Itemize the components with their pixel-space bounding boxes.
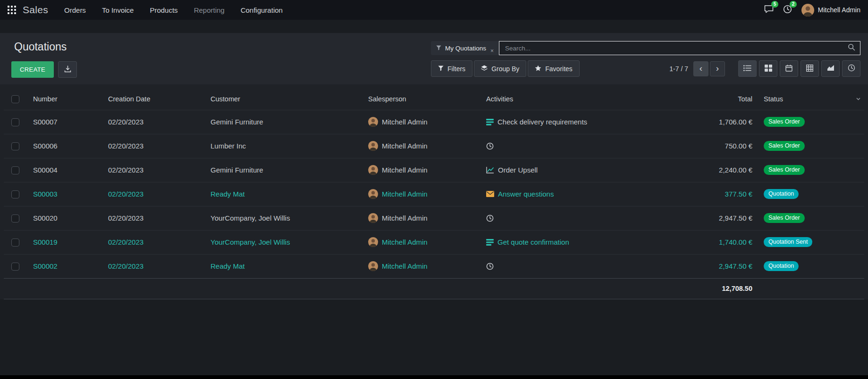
menu-item-reporting[interactable]: Reporting [194, 6, 225, 14]
optional-columns-toggle[interactable] [856, 98, 860, 100]
view-kanban-button[interactable] [759, 60, 777, 77]
search-facet[interactable]: My Quotations × [431, 41, 499, 55]
filter-icon [436, 45, 441, 52]
total-sum: 12,708.50 [667, 278, 760, 299]
amount-total: 1,706.00 € [667, 110, 760, 134]
view-activity-button[interactable] [842, 60, 860, 77]
row-checkbox[interactable] [11, 239, 19, 247]
menu-item-orders[interactable]: Orders [64, 6, 86, 14]
menu-item-products[interactable]: Products [150, 6, 177, 14]
pager-previous-button[interactable]: ‹ [693, 61, 708, 76]
systray: 5 2 Mitchell Admin [764, 4, 860, 16]
page-title: Quotations [14, 41, 77, 53]
view-list-button[interactable] [738, 60, 757, 77]
search-input[interactable] [504, 44, 848, 52]
column-header-salesperson[interactable]: Salesperson [364, 87, 482, 110]
activities-badge: 2 [790, 1, 797, 8]
messages-badge: 5 [771, 1, 778, 8]
activity-cell[interactable]: Get quote confirmation [482, 230, 667, 254]
group-by-button[interactable]: Group By [474, 60, 526, 77]
table-row[interactable]: S00020 02/20/2023 YourCompany, Joel Will… [4, 206, 864, 230]
table-row[interactable]: S00004 02/20/2023 Gemini Furniture Mitch… [4, 158, 864, 182]
status-badge: Quotation [764, 189, 799, 199]
order-number: S00002 [29, 254, 104, 278]
order-number: S00020 [29, 206, 104, 230]
amount-total: 750.00 € [667, 134, 760, 158]
customer-name: YourCompany, Joel Willis [207, 206, 364, 230]
status-badge: Quotation Sent [764, 237, 812, 247]
activity-cell[interactable]: Order Upsell [482, 158, 667, 182]
column-header-activities[interactable]: Activities [482, 87, 667, 110]
salesperson-name: Mitchell Admin [382, 262, 428, 270]
view-switcher [738, 60, 860, 77]
creation-date: 02/20/2023 [104, 158, 207, 182]
activity-cell[interactable]: Check delivery requirements [482, 110, 667, 134]
salesperson-avatar [368, 165, 378, 175]
amount-total: 2,947.50 € [667, 206, 760, 230]
column-header-customer[interactable]: Customer [207, 87, 364, 110]
column-header-creation-date[interactable]: Creation Date [104, 87, 207, 110]
row-checkbox[interactable] [11, 190, 19, 198]
activity-cell[interactable]: Answer questions [482, 182, 667, 206]
status-badge: Quotation [764, 261, 799, 271]
creation-date: 02/20/2023 [104, 110, 207, 134]
row-checkbox[interactable] [11, 166, 19, 174]
salesperson-cell: Mitchell Admin [364, 110, 482, 134]
salesperson-cell: Mitchell Admin [364, 158, 482, 182]
menu-item-to-invoice[interactable]: To Invoice [102, 6, 134, 14]
status-badge: Sales Order [764, 117, 805, 127]
menu-item-configuration[interactable]: Configuration [241, 6, 283, 14]
activity-cell[interactable] [482, 134, 667, 158]
amount-total: 2,240.00 € [667, 158, 760, 182]
user-avatar [801, 4, 814, 16]
creation-date: 02/20/2023 [104, 230, 207, 254]
pager-range: 1-7 / 7 [669, 65, 688, 73]
table-row[interactable]: S00002 02/20/2023 Ready Mat Mitchell Adm… [4, 254, 864, 278]
salesperson-avatar [368, 117, 378, 127]
screen-bottom-edge [0, 375, 868, 379]
pager-next-button[interactable]: › [710, 61, 725, 76]
search-icon[interactable] [848, 43, 855, 53]
user-menu[interactable]: Mitchell Admin [801, 4, 860, 16]
clock-icon [486, 142, 494, 150]
view-graph-button[interactable] [821, 60, 840, 77]
salesperson-avatar [368, 141, 378, 151]
column-header-status[interactable]: Status [760, 87, 852, 110]
column-header-number[interactable]: Number [29, 87, 104, 110]
row-checkbox[interactable] [11, 118, 19, 126]
remove-facet-icon[interactable]: × [490, 48, 494, 55]
salesperson-cell: Mitchell Admin [364, 206, 482, 230]
search-bar: My Quotations × [431, 41, 860, 55]
create-button[interactable]: CREATE [11, 61, 54, 78]
salesperson-name: Mitchell Admin [382, 118, 428, 126]
export-button[interactable] [58, 61, 77, 78]
row-checkbox[interactable] [11, 263, 19, 271]
chart-icon [486, 166, 494, 173]
messages-button[interactable]: 5 [764, 5, 774, 15]
activity-cell[interactable] [482, 206, 667, 230]
amount-total: 2,947.50 € [667, 254, 760, 278]
view-calendar-button[interactable] [780, 60, 798, 77]
select-all-checkbox[interactable] [11, 95, 19, 103]
view-pivot-button[interactable] [801, 60, 819, 77]
row-checkbox[interactable] [11, 214, 19, 222]
table-row[interactable]: S00006 02/20/2023 Lumber Inc Mitchell Ad… [4, 134, 864, 158]
activity-view-icon [848, 64, 855, 73]
control-panel: Quotations CREATE My Quotations × [0, 33, 868, 84]
salesperson-name: Mitchell Admin [382, 238, 428, 246]
list-view-icon [743, 65, 751, 73]
table-row[interactable]: S00019 02/20/2023 YourCompany, Joel Will… [4, 230, 864, 254]
tasks-icon [486, 239, 494, 246]
favorites-button[interactable]: Favorites [528, 60, 580, 77]
apps-menu-icon[interactable] [8, 6, 16, 14]
activity-cell[interactable] [482, 254, 667, 278]
main-menu: Orders To Invoice Products Reporting Con… [64, 6, 283, 14]
row-checkbox[interactable] [11, 142, 19, 150]
filters-button[interactable]: Filters [431, 60, 472, 77]
table-row[interactable]: S00003 02/20/2023 Ready Mat Mitchell Adm… [4, 182, 864, 206]
app-name[interactable]: Sales [23, 4, 48, 16]
table-row[interactable]: S00007 02/20/2023 Gemini Furniture Mitch… [4, 110, 864, 134]
activities-button[interactable]: 2 [783, 5, 792, 16]
column-header-total[interactable]: Total [667, 87, 760, 110]
empty-area [0, 299, 868, 375]
